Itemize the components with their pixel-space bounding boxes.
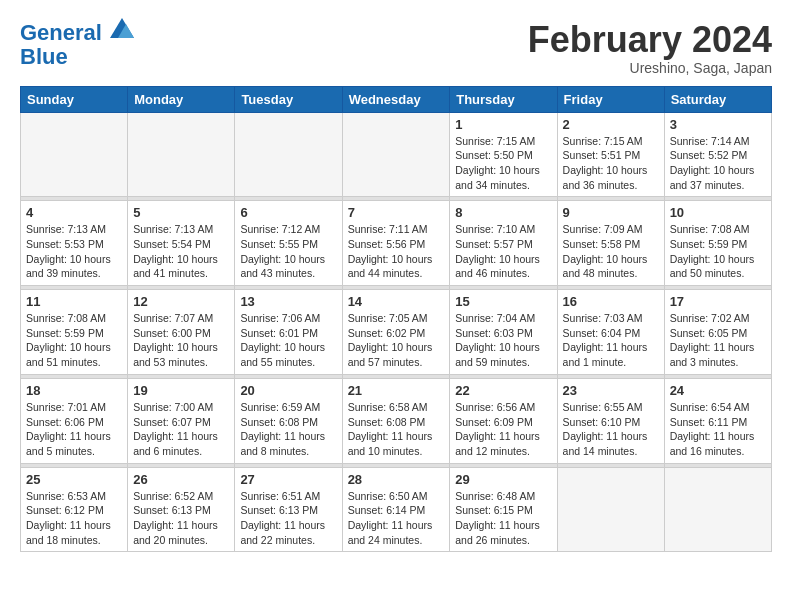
calendar-title: February 2024 <box>528 20 772 60</box>
table-row: 19Sunrise: 7:00 AMSunset: 6:07 PMDayligh… <box>128 378 235 463</box>
day-info: Sunrise: 7:10 AMSunset: 5:57 PMDaylight:… <box>455 222 551 281</box>
day-number: 1 <box>455 117 551 132</box>
header-tuesday: Tuesday <box>235 86 342 112</box>
day-number: 5 <box>133 205 229 220</box>
day-info: Sunrise: 7:08 AMSunset: 5:59 PMDaylight:… <box>26 311 122 370</box>
header-saturday: Saturday <box>664 86 771 112</box>
day-info: Sunrise: 7:04 AMSunset: 6:03 PMDaylight:… <box>455 311 551 370</box>
day-number: 17 <box>670 294 766 309</box>
day-info: Sunrise: 7:01 AMSunset: 6:06 PMDaylight:… <box>26 400 122 459</box>
table-row: 2Sunrise: 7:15 AMSunset: 5:51 PMDaylight… <box>557 112 664 197</box>
day-number: 14 <box>348 294 445 309</box>
table-row: 26Sunrise: 6:52 AMSunset: 6:13 PMDayligh… <box>128 467 235 552</box>
week-row-0: 1Sunrise: 7:15 AMSunset: 5:50 PMDaylight… <box>21 112 772 197</box>
table-row: 25Sunrise: 6:53 AMSunset: 6:12 PMDayligh… <box>21 467 128 552</box>
week-row-4: 25Sunrise: 6:53 AMSunset: 6:12 PMDayligh… <box>21 467 772 552</box>
table-row: 21Sunrise: 6:58 AMSunset: 6:08 PMDayligh… <box>342 378 450 463</box>
table-row: 5Sunrise: 7:13 AMSunset: 5:54 PMDaylight… <box>128 201 235 286</box>
table-row: 13Sunrise: 7:06 AMSunset: 6:01 PMDayligh… <box>235 290 342 375</box>
day-number: 24 <box>670 383 766 398</box>
logo-line1: General <box>20 20 102 45</box>
table-row: 10Sunrise: 7:08 AMSunset: 5:59 PMDayligh… <box>664 201 771 286</box>
week-row-2: 11Sunrise: 7:08 AMSunset: 5:59 PMDayligh… <box>21 290 772 375</box>
table-row: 9Sunrise: 7:09 AMSunset: 5:58 PMDaylight… <box>557 201 664 286</box>
day-number: 9 <box>563 205 659 220</box>
day-number: 10 <box>670 205 766 220</box>
day-number: 19 <box>133 383 229 398</box>
header-sunday: Sunday <box>21 86 128 112</box>
day-info: Sunrise: 7:12 AMSunset: 5:55 PMDaylight:… <box>240 222 336 281</box>
table-row: 12Sunrise: 7:07 AMSunset: 6:00 PMDayligh… <box>128 290 235 375</box>
table-row: 20Sunrise: 6:59 AMSunset: 6:08 PMDayligh… <box>235 378 342 463</box>
day-number: 26 <box>133 472 229 487</box>
table-row: 6Sunrise: 7:12 AMSunset: 5:55 PMDaylight… <box>235 201 342 286</box>
day-number: 16 <box>563 294 659 309</box>
day-info: Sunrise: 6:54 AMSunset: 6:11 PMDaylight:… <box>670 400 766 459</box>
page-header: General Blue February 2024 Ureshino, Sag… <box>20 20 772 76</box>
day-info: Sunrise: 7:02 AMSunset: 6:05 PMDaylight:… <box>670 311 766 370</box>
table-row: 7Sunrise: 7:11 AMSunset: 5:56 PMDaylight… <box>342 201 450 286</box>
table-row: 27Sunrise: 6:51 AMSunset: 6:13 PMDayligh… <box>235 467 342 552</box>
table-row: 4Sunrise: 7:13 AMSunset: 5:53 PMDaylight… <box>21 201 128 286</box>
day-info: Sunrise: 7:03 AMSunset: 6:04 PMDaylight:… <box>563 311 659 370</box>
day-number: 3 <box>670 117 766 132</box>
calendar-subtitle: Ureshino, Saga, Japan <box>528 60 772 76</box>
table-row <box>128 112 235 197</box>
table-row <box>557 467 664 552</box>
table-row: 16Sunrise: 7:03 AMSunset: 6:04 PMDayligh… <box>557 290 664 375</box>
day-info: Sunrise: 7:06 AMSunset: 6:01 PMDaylight:… <box>240 311 336 370</box>
day-number: 25 <box>26 472 122 487</box>
day-info: Sunrise: 6:58 AMSunset: 6:08 PMDaylight:… <box>348 400 445 459</box>
day-info: Sunrise: 6:56 AMSunset: 6:09 PMDaylight:… <box>455 400 551 459</box>
day-info: Sunrise: 7:07 AMSunset: 6:00 PMDaylight:… <box>133 311 229 370</box>
table-row <box>342 112 450 197</box>
day-number: 28 <box>348 472 445 487</box>
day-info: Sunrise: 7:00 AMSunset: 6:07 PMDaylight:… <box>133 400 229 459</box>
table-row: 18Sunrise: 7:01 AMSunset: 6:06 PMDayligh… <box>21 378 128 463</box>
day-number: 6 <box>240 205 336 220</box>
day-info: Sunrise: 7:13 AMSunset: 5:54 PMDaylight:… <box>133 222 229 281</box>
day-info: Sunrise: 7:05 AMSunset: 6:02 PMDaylight:… <box>348 311 445 370</box>
calendar-table: Sunday Monday Tuesday Wednesday Thursday… <box>20 86 772 553</box>
table-row: 1Sunrise: 7:15 AMSunset: 5:50 PMDaylight… <box>450 112 557 197</box>
table-row: 14Sunrise: 7:05 AMSunset: 6:02 PMDayligh… <box>342 290 450 375</box>
weekday-header-row: Sunday Monday Tuesday Wednesday Thursday… <box>21 86 772 112</box>
day-info: Sunrise: 6:59 AMSunset: 6:08 PMDaylight:… <box>240 400 336 459</box>
header-thursday: Thursday <box>450 86 557 112</box>
day-info: Sunrise: 6:55 AMSunset: 6:10 PMDaylight:… <box>563 400 659 459</box>
table-row: 17Sunrise: 7:02 AMSunset: 6:05 PMDayligh… <box>664 290 771 375</box>
table-row: 23Sunrise: 6:55 AMSunset: 6:10 PMDayligh… <box>557 378 664 463</box>
table-row <box>21 112 128 197</box>
day-number: 20 <box>240 383 336 398</box>
header-monday: Monday <box>128 86 235 112</box>
table-row: 11Sunrise: 7:08 AMSunset: 5:59 PMDayligh… <box>21 290 128 375</box>
logo-text: General Blue <box>20 20 134 69</box>
table-row: 29Sunrise: 6:48 AMSunset: 6:15 PMDayligh… <box>450 467 557 552</box>
day-number: 4 <box>26 205 122 220</box>
logo-line2: Blue <box>20 44 68 69</box>
day-info: Sunrise: 7:11 AMSunset: 5:56 PMDaylight:… <box>348 222 445 281</box>
day-info: Sunrise: 7:15 AMSunset: 5:50 PMDaylight:… <box>455 134 551 193</box>
table-row: 3Sunrise: 7:14 AMSunset: 5:52 PMDaylight… <box>664 112 771 197</box>
day-number: 15 <box>455 294 551 309</box>
day-number: 29 <box>455 472 551 487</box>
logo: General Blue <box>20 20 134 69</box>
logo-icon <box>110 18 134 38</box>
title-block: February 2024 Ureshino, Saga, Japan <box>528 20 772 76</box>
day-info: Sunrise: 7:14 AMSunset: 5:52 PMDaylight:… <box>670 134 766 193</box>
header-wednesday: Wednesday <box>342 86 450 112</box>
day-info: Sunrise: 6:53 AMSunset: 6:12 PMDaylight:… <box>26 489 122 548</box>
day-info: Sunrise: 7:09 AMSunset: 5:58 PMDaylight:… <box>563 222 659 281</box>
table-row: 15Sunrise: 7:04 AMSunset: 6:03 PMDayligh… <box>450 290 557 375</box>
table-row: 28Sunrise: 6:50 AMSunset: 6:14 PMDayligh… <box>342 467 450 552</box>
table-row <box>664 467 771 552</box>
day-info: Sunrise: 6:50 AMSunset: 6:14 PMDaylight:… <box>348 489 445 548</box>
week-row-3: 18Sunrise: 7:01 AMSunset: 6:06 PMDayligh… <box>21 378 772 463</box>
header-friday: Friday <box>557 86 664 112</box>
day-number: 13 <box>240 294 336 309</box>
day-number: 2 <box>563 117 659 132</box>
table-row <box>235 112 342 197</box>
day-info: Sunrise: 7:15 AMSunset: 5:51 PMDaylight:… <box>563 134 659 193</box>
day-number: 27 <box>240 472 336 487</box>
day-number: 7 <box>348 205 445 220</box>
